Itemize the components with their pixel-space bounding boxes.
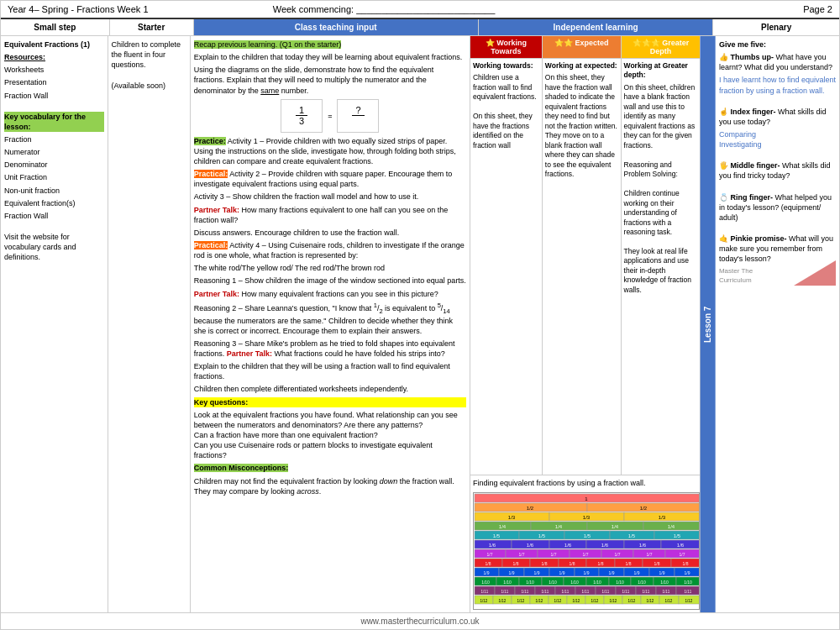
starter-text: Children to complete the fluent in four … <box>112 39 186 70</box>
partner-talk2-text: How many equivalent fractions can you se… <box>242 290 438 298</box>
svg-text:1/11: 1/11 <box>582 590 590 594</box>
fraction-half: 1 3 <box>296 105 307 126</box>
resources-label: Resources: <box>4 52 104 62</box>
plenary-intro: Give me five: <box>719 39 836 50</box>
svg-text:1/9: 1/9 <box>608 570 614 575</box>
diagrams-text: Using the diagrams on the slide, demonst… <box>194 65 466 95</box>
starter-column: Children to complete the fluent in four … <box>108 36 191 612</box>
expected-text: On this sheet, they have the fraction wa… <box>545 73 618 179</box>
teaching-header: Class teaching input <box>194 19 479 35</box>
key-questions-text: Look at the equivalent fractions you hav… <box>194 410 466 461</box>
svg-text:1/8: 1/8 <box>597 561 603 566</box>
expected-stars: ⭐⭐ <box>554 39 573 47</box>
practical4-label: Practical: <box>194 241 228 249</box>
intro-text: Explain to the children that today they … <box>194 52 466 62</box>
svg-text:1/9: 1/9 <box>483 570 489 575</box>
svg-text:1/6: 1/6 <box>564 543 572 548</box>
page: Year 4– Spring - Fractions Week 1 Week c… <box>0 0 840 630</box>
svg-text:1/11: 1/11 <box>501 590 509 594</box>
svg-text:1/6: 1/6 <box>489 543 496 548</box>
practical2-label: Practical: <box>194 170 228 178</box>
svg-text:1/11: 1/11 <box>562 590 570 594</box>
svg-text:1/3: 1/3 <box>508 515 516 520</box>
header-page: Page 2 <box>803 4 832 14</box>
expected-title: Working at expected: <box>545 61 618 71</box>
svg-text:1/10: 1/10 <box>526 580 534 585</box>
svg-text:1/5: 1/5 <box>674 533 681 538</box>
svg-text:1/12: 1/12 <box>554 599 562 603</box>
reasoning2-text: Reasoning 2 – Share Leanna's question, "… <box>194 302 466 336</box>
starter-header: Starter <box>110 19 194 35</box>
svg-text:1/7: 1/7 <box>582 552 588 557</box>
vocab-fraction: Fraction <box>4 134 104 144</box>
reasoning3-text: Reasoning 3 – Share Mike's problem as he… <box>194 339 466 359</box>
thumb-response: I have learnt how to find equivalent fra… <box>719 75 836 95</box>
misconceptions-label: Common Misconceptions: <box>194 464 289 472</box>
greater-header: ⭐⭐⭐ Greater Depth <box>622 36 701 58</box>
pinkie-line: 🤙 Pinkie promise- What will you make sur… <box>719 234 836 264</box>
small-step-title: Equivalent Fractions (1) <box>4 39 104 50</box>
header: Year 4– Spring - Fractions Week 1 Week c… <box>1 1 839 19</box>
svg-text:1/12: 1/12 <box>499 599 507 603</box>
vocab-numerator: Numerator <box>4 147 104 157</box>
resource-worksheets: Worksheets <box>4 65 104 75</box>
svg-text:1/10: 1/10 <box>570 580 579 585</box>
discuss-text: Discuss answers. Encourage children to u… <box>194 228 466 238</box>
svg-text:1/4: 1/4 <box>668 524 675 529</box>
svg-text:1/10: 1/10 <box>549 580 557 585</box>
svg-text:1/2: 1/2 <box>640 506 648 511</box>
index-skills: ComparingInvestigating <box>719 129 836 150</box>
svg-text:1/8: 1/8 <box>512 561 518 566</box>
activity3-text: Activity 3 – Show children the fraction … <box>194 192 466 202</box>
svg-text:1/7: 1/7 <box>679 552 685 557</box>
svg-text:1/7: 1/7 <box>614 552 620 557</box>
plenary-column: Give me five: 👍 Thumbs up- What have you… <box>716 36 839 612</box>
svg-text:1/5: 1/5 <box>493 533 501 538</box>
expected-header: ⭐⭐ Expected <box>543 36 622 58</box>
vocab-unit-fraction: Unit Fraction <box>4 172 104 182</box>
vocab-denominator: Denominator <box>4 160 104 170</box>
svg-text:1/8: 1/8 <box>485 561 491 566</box>
independent-column: ⭐ Working Towards ⭐⭐ Expected ⭐⭐⭐ Greate… <box>470 36 701 612</box>
svg-text:1/11: 1/11 <box>542 590 549 594</box>
svg-text:1/7: 1/7 <box>550 552 556 557</box>
svg-text:1/9: 1/9 <box>684 570 690 575</box>
svg-text:1/12: 1/12 <box>610 599 617 603</box>
svg-text:1/10: 1/10 <box>481 580 490 585</box>
header-week: Week commencing: _______________________… <box>273 4 803 14</box>
svg-text:1/8: 1/8 <box>682 561 688 566</box>
thumb-line: 👍 Thumbs up- What have you learnt? What … <box>719 52 836 72</box>
fraction-wall-svg: 1 1/2 1/2 1/3 1/3 1/3 1/4 <box>473 492 700 610</box>
svg-text:1/12: 1/12 <box>591 599 599 603</box>
greater-text: On this sheet, children have a blank fra… <box>624 83 698 295</box>
svg-text:1/2: 1/2 <box>527 506 534 511</box>
svg-text:1/5: 1/5 <box>538 533 546 538</box>
greater-col: Working at Greater depth: On this sheet,… <box>622 59 701 475</box>
svg-text:1/8: 1/8 <box>541 561 547 566</box>
working-col: Working towards: Children use a fraction… <box>470 59 543 475</box>
independent-subcols: Working towards: Children use a fraction… <box>470 59 700 475</box>
website-text: Visit the website for vocabulary cards a… <box>4 232 104 262</box>
reasoning1-text: Reasoning 1 – Show children the image of… <box>194 276 466 286</box>
fraction-unknown: ? <box>352 105 364 126</box>
svg-text:1/8: 1/8 <box>625 561 631 566</box>
footer: www.masterthecurriculum.co.uk <box>1 612 839 629</box>
svg-text:1/12: 1/12 <box>647 599 654 603</box>
rods-text: The white rod/The yellow rod/ The red ro… <box>194 263 466 273</box>
svg-text:1/4: 1/4 <box>555 524 563 529</box>
svg-text:1/11: 1/11 <box>663 590 670 594</box>
vocab-label: Key vocabulary for the lesson: <box>4 112 104 132</box>
expected-col: Working at expected: On this sheet, they… <box>543 59 622 475</box>
fraction-visual: 1 3 = ? <box>194 99 466 133</box>
svg-text:1/12: 1/12 <box>536 599 543 603</box>
small-step-column: Equivalent Fractions (1) Resources: Work… <box>1 36 108 612</box>
resource-fractionwall: Fraction Wall <box>4 91 104 101</box>
middle-line: 🖐 Middle finger- What skills did you fin… <box>719 160 836 181</box>
index-line: ☝ Index finger- What skills did you use … <box>719 107 836 127</box>
svg-text:1/11: 1/11 <box>481 590 489 594</box>
misconceptions-text: Children may not find the equivalent fra… <box>194 476 466 496</box>
svg-text:1/10: 1/10 <box>684 580 692 585</box>
svg-text:1/11: 1/11 <box>685 590 692 594</box>
partner-talk1-label: Partner Talk: <box>194 206 239 214</box>
svg-text:1/9: 1/9 <box>633 570 639 575</box>
